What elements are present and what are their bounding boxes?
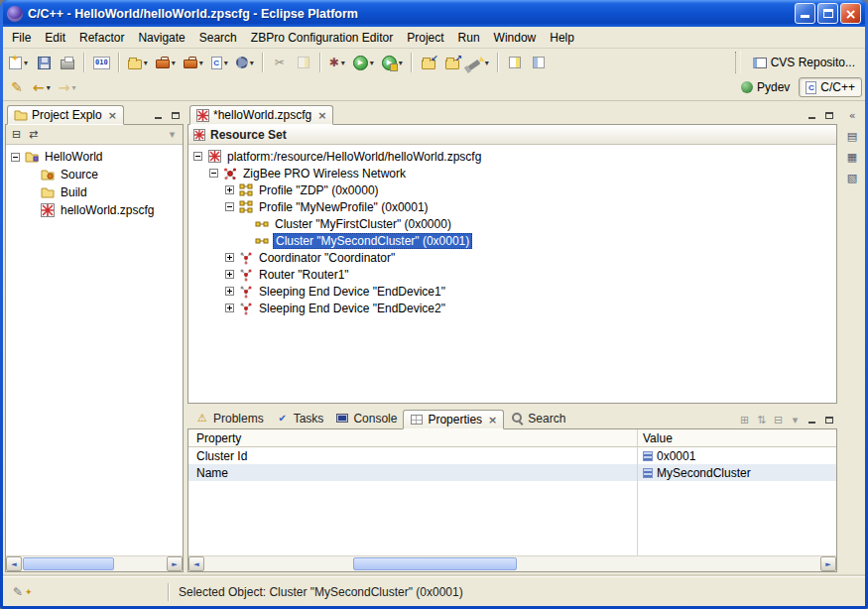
minimized-view-icon-1[interactable]: ▤ bbox=[842, 127, 862, 145]
new-c-project-button[interactable]: ▾ bbox=[125, 52, 151, 73]
show-source-button[interactable] bbox=[528, 52, 550, 73]
close-icon[interactable]: × bbox=[488, 414, 497, 426]
maximize-button[interactable] bbox=[817, 3, 838, 24]
scroll-left-button[interactable]: ◄ bbox=[188, 556, 204, 571]
dropdown-icon[interactable]: ▾ bbox=[370, 59, 374, 67]
tab-search[interactable]: Search bbox=[504, 409, 571, 428]
collapse-expander[interactable] bbox=[193, 152, 202, 161]
new-c-file-button[interactable]: C ▾ bbox=[208, 52, 231, 73]
tree-item-cluster-myfirstcluster[interactable]: Cluster "MyFirstCluster" (0x0000) bbox=[188, 215, 836, 232]
property-row-name[interactable]: Name MySecondCluster bbox=[188, 464, 836, 481]
dropdown-icon[interactable]: ▾ bbox=[224, 59, 228, 67]
minimized-view-icon-3[interactable]: ▧ bbox=[842, 169, 862, 186]
print-button[interactable] bbox=[57, 52, 78, 73]
scroll-left-button[interactable]: ◄ bbox=[6, 556, 22, 571]
properties-hscrollbar[interactable]: ◄ ► bbox=[188, 555, 836, 571]
menu-window[interactable]: Window bbox=[487, 29, 544, 47]
tab-properties[interactable]: Properties × bbox=[403, 410, 504, 429]
tree-item-helloworld[interactable]: HelloWorld bbox=[6, 148, 183, 166]
binary-build-button[interactable]: 010 bbox=[90, 52, 113, 73]
save-button[interactable] bbox=[33, 52, 55, 73]
tree-item-enddevice2[interactable]: Sleeping End Device "EndDevice2" bbox=[188, 300, 836, 316]
dropdown-icon[interactable]: ▾ bbox=[399, 59, 403, 67]
dropdown-icon[interactable]: ▾ bbox=[144, 59, 148, 67]
maximize-editor-button[interactable] bbox=[820, 107, 837, 124]
minimize-editor-button[interactable] bbox=[804, 107, 820, 124]
expand-expander[interactable] bbox=[225, 185, 234, 194]
close-icon[interactable]: × bbox=[317, 109, 326, 122]
import-button[interactable]: ↙ bbox=[418, 52, 439, 73]
dropdown-icon[interactable]: ▾ bbox=[485, 59, 489, 67]
tree-item-source[interactable]: Source bbox=[6, 166, 183, 183]
open-perspective-button[interactable]: CVS Reposito... bbox=[746, 53, 862, 72]
forward-button[interactable]: → ▾ bbox=[56, 76, 79, 98]
dropdown-icon[interactable]: ▾ bbox=[199, 59, 203, 67]
scrollbar-thumb[interactable] bbox=[353, 557, 517, 570]
maximize-view-button[interactable] bbox=[167, 107, 184, 124]
dropdown-icon[interactable]: ▾ bbox=[250, 59, 254, 67]
view-menu-button[interactable]: ▾ bbox=[164, 126, 181, 143]
dropdown-icon[interactable]: ▾ bbox=[24, 59, 28, 67]
tree-item-profile-mynewprofile[interactable]: Profile "MyNewProfile" (0x0001) bbox=[188, 198, 836, 215]
scroll-right-button[interactable]: ► bbox=[820, 556, 836, 571]
view-menu-button[interactable]: ▾ bbox=[787, 412, 804, 428]
export-button[interactable]: ↗ bbox=[441, 52, 463, 73]
new-class-button[interactable]: ▾ bbox=[153, 52, 179, 73]
fast-view-toggle-icon[interactable]: « bbox=[842, 106, 862, 124]
minimize-view-button[interactable] bbox=[804, 412, 820, 428]
collapse-expander[interactable] bbox=[11, 153, 20, 162]
expand-expander[interactable] bbox=[225, 287, 234, 296]
cut-button[interactable]: ✂ bbox=[269, 52, 291, 73]
scroll-right-button[interactable]: ► bbox=[167, 556, 183, 571]
menu-project[interactable]: Project bbox=[400, 29, 450, 47]
tab-project-explorer[interactable]: Project Explo × bbox=[7, 105, 124, 125]
mark-occurrences-button[interactable] bbox=[504, 52, 526, 73]
dropdown-icon[interactable]: ▾ bbox=[341, 59, 345, 67]
column-header-value[interactable]: Value bbox=[638, 431, 836, 445]
tab-console[interactable]: Console bbox=[329, 409, 403, 428]
collapse-button[interactable]: ⊟ bbox=[770, 412, 787, 428]
scrollbar-thumb[interactable] bbox=[23, 557, 114, 570]
tree-mode-button[interactable]: ⊞ bbox=[736, 412, 753, 428]
new-wizard-button[interactable]: ✦ ▾ bbox=[6, 52, 31, 73]
minimize-button[interactable] bbox=[795, 3, 815, 24]
menu-run[interactable]: Run bbox=[451, 29, 487, 47]
menu-edit[interactable]: Edit bbox=[38, 29, 72, 47]
collapse-all-button[interactable]: ⊟ bbox=[8, 126, 25, 143]
tree-item-coordinator[interactable]: Coordinator "Coordinator" bbox=[188, 249, 836, 266]
expand-expander[interactable] bbox=[225, 270, 234, 279]
expand-expander[interactable] bbox=[225, 253, 234, 262]
dropdown-icon[interactable]: ▾ bbox=[71, 83, 75, 92]
dropdown-icon[interactable]: ▾ bbox=[172, 59, 176, 67]
close-icon[interactable]: × bbox=[108, 109, 117, 122]
project-explorer-hscrollbar[interactable]: ◄ ► bbox=[6, 555, 183, 571]
build-button[interactable]: ▾ bbox=[233, 52, 257, 73]
property-row-cluster-id[interactable]: Cluster Id 0x0001 bbox=[188, 447, 836, 464]
back-button[interactable]: ← ▾ bbox=[30, 76, 54, 98]
menu-search[interactable]: Search bbox=[192, 29, 244, 47]
close-button[interactable]: × bbox=[840, 3, 861, 24]
dropdown-icon[interactable]: ▾ bbox=[47, 83, 51, 92]
run-history-button[interactable]: ▶ ▾ bbox=[379, 52, 406, 73]
copy-button[interactable] bbox=[293, 52, 314, 73]
pydev-perspective-button[interactable]: Pydev bbox=[734, 77, 797, 97]
tab-problems[interactable]: ⚠ Problems bbox=[189, 409, 270, 428]
tree-item-resource[interactable]: platform:/resource/HelloWorld/helloWorld… bbox=[188, 148, 836, 165]
menu-help[interactable]: Help bbox=[543, 29, 581, 47]
tab-tasks[interactable]: ✔ Tasks bbox=[270, 409, 330, 428]
maximize-view-button[interactable] bbox=[820, 412, 837, 428]
expand-expander[interactable] bbox=[225, 304, 234, 312]
cpp-perspective-button[interactable]: C C/C++ bbox=[799, 77, 862, 97]
tree-item-build[interactable]: Build bbox=[6, 183, 183, 201]
minimize-view-button[interactable] bbox=[150, 107, 167, 124]
sync-button[interactable]: ⇅ bbox=[753, 412, 770, 428]
menu-file[interactable]: File bbox=[5, 29, 38, 47]
link-with-editor-button[interactable]: ⇄ bbox=[25, 126, 42, 143]
tree-item-cluster-mysecondcluster[interactable]: Cluster "MySecondCluster" (0x0001) bbox=[188, 232, 836, 249]
tree-item-enddevice1[interactable]: Sleeping End Device "EndDevice1" bbox=[188, 283, 836, 300]
perspective-grip[interactable] bbox=[735, 52, 741, 73]
collapse-expander[interactable] bbox=[225, 202, 234, 211]
last-edit-location-button[interactable]: ✎ bbox=[6, 76, 28, 98]
tree-item-zigbee-network[interactable]: ZigBee PRO Wireless Network bbox=[188, 165, 836, 182]
tab-helloworld-zpscfg[interactable]: *helloWorld.zpscfg × bbox=[189, 105, 333, 125]
